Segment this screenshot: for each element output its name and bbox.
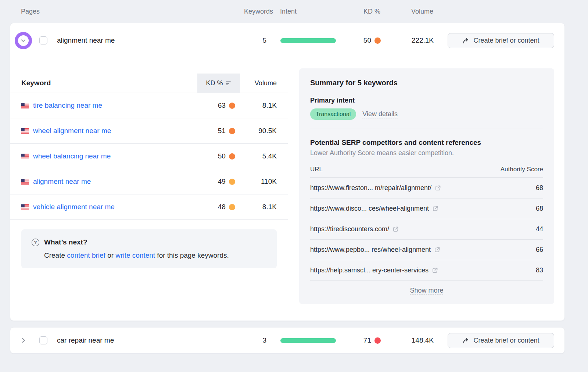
keyword-row: tire balancing near me 63 8.1K [10,93,288,118]
pages-table-header: Pages Keywords Intent KD % Volume [14,0,554,23]
keyword-link[interactable]: wheel alignment near me [33,127,111,135]
kd-difficulty-dot [374,37,381,44]
intent-bar [280,38,336,43]
competitor-url: https://www.pepbo... res/wheel-alignment [310,246,431,254]
content-brief-link[interactable]: content brief [67,251,105,259]
authority-score-value: 68 [521,184,543,192]
keyword-row: wheel alignment near me 51 90.5K [10,118,288,143]
competitor-row: https://www.fireston... m/repair/alignme… [310,178,543,198]
keyword-table-header: Keyword KD % Volume [10,74,288,93]
kd-difficulty-dot [229,179,235,185]
page-row: alignment near me 5 50 222.1K Create bri… [10,23,564,58]
summary-panel: Summary for 5 keywords Primary intent Tr… [299,68,554,304]
create-brief-or-content-button[interactable]: Create brief or content [448,333,554,348]
keyword-link[interactable]: tire balancing near me [33,101,102,110]
keyword-name-cell: wheel alignment near me [21,127,198,135]
kd-difficulty-dot [374,337,381,344]
keyword-kd-value: 49 [218,178,226,186]
keyword-link[interactable]: vehicle alignment near me [33,203,115,211]
show-more-link[interactable]: Show more [410,287,443,294]
keywords-count: 3 [244,336,266,344]
competitor-url: https://help.samscl... ery-center-servic… [310,267,429,274]
keyword-volume: 90.5K [235,127,277,135]
kd-value: 71 [363,336,371,344]
chevron-right-icon [21,337,26,343]
whats-next-middle: or [105,251,115,259]
intent-badge: Transactional [310,108,356,120]
competitors-table-header: URL Authority Score [310,166,543,173]
forward-arrow-icon [462,37,470,44]
column-header-volume: Volume [389,8,433,15]
expand-row-button[interactable] [15,332,32,349]
serp-competitors-subtitle: Lower Authority Score means easier compe… [310,149,543,157]
kd-difficulty-dot [229,128,235,134]
keywords-count: 5 [244,36,266,44]
volume-value: 222.1K [390,36,434,44]
keyword-kd-value: 50 [218,152,226,160]
keyword-kd-cell: 63 [198,101,235,110]
create-brief-label: Create brief or content [473,37,539,44]
page-card-car-repair-near-me: car repair near me 3 71 148.4K Create br… [10,327,565,354]
view-details-link[interactable]: View details [362,110,398,118]
keyword-link[interactable]: wheel balancing near me [33,152,111,160]
keyword-kd-value: 51 [218,127,226,135]
keyword-volume: 110K [235,178,277,186]
keyword-kd-cell: 51 [198,127,235,135]
column-header-kd: KD % [349,8,380,15]
keyword-volume: 5.4K [235,152,277,160]
keyword-kd-cell: 50 [198,152,235,160]
keyword-row: vehicle alignment near me 48 8.1K [10,194,288,219]
keyword-kd-cell: 49 [198,178,235,186]
intent-cell [266,38,336,43]
external-link-icon[interactable] [392,226,399,232]
authority-score-value: 66 [521,246,543,254]
forward-arrow-icon [462,337,470,344]
keyword-link[interactable]: alignment near me [33,178,91,186]
kd-sort-header[interactable]: KD % [197,74,240,93]
keyword-name-cell: tire balancing near me [21,101,198,110]
us-flag-icon [21,103,29,108]
page-card-alignment-near-me: alignment near me 5 50 222.1K Create bri… [10,23,565,321]
expanded-keywords-area: Keyword KD % Volume tire balancing near … [10,58,564,321]
create-brief-or-content-button[interactable]: Create brief or content [448,33,554,48]
us-flag-icon [21,179,29,185]
keyword-name-cell: alignment near me [21,178,198,186]
external-link-icon[interactable] [432,267,438,273]
us-flag-icon [21,154,29,159]
volume-column-header: Volume [240,79,277,87]
chevron-down-icon [15,32,32,49]
competitor-url: https://www.disco... ces/wheel-alignment [310,205,429,212]
us-flag-icon [21,128,29,134]
collapse-row-button[interactable] [15,32,32,49]
whats-next-text: Create content brief or write content fo… [44,251,266,260]
create-brief-label: Create brief or content [473,337,539,344]
row-checkbox[interactable] [39,336,47,344]
authority-score-value: 83 [521,267,543,274]
keyword-kd-value: 48 [218,203,226,211]
external-link-icon[interactable] [434,247,440,253]
row-checkbox[interactable] [39,36,47,44]
keyword-row: wheel balancing near me 50 5.4K [10,144,288,169]
keyword-name-cell: wheel balancing near me [21,152,198,160]
external-link-icon[interactable] [432,205,438,212]
page-title: car repair near me [57,336,244,344]
us-flag-icon [21,204,29,210]
kd-difficulty-dot [229,153,235,160]
column-header-intent: Intent [266,8,336,15]
keyword-kd-value: 63 [218,101,226,110]
url-column-header: URL [310,166,501,173]
external-link-icon[interactable] [435,185,441,191]
page-title: alignment near me [57,36,244,44]
write-content-link[interactable]: write content [115,251,155,259]
action-cell: Create brief or content [448,33,554,48]
kd-difficulty-dot [229,103,235,109]
competitor-row: https://help.samscl... ery-center-servic… [310,260,543,281]
divider [10,219,288,220]
primary-intent-label: Primary intent [310,97,543,104]
kd-value: 50 [363,36,371,44]
keyword-kd-cell: 48 [198,203,235,211]
divider [310,129,543,129]
whats-next-title: What’s next? [44,238,87,246]
kd-difficulty-dot [229,204,235,210]
competitor-row: https://tirediscounters.com/ 44 [310,219,543,240]
